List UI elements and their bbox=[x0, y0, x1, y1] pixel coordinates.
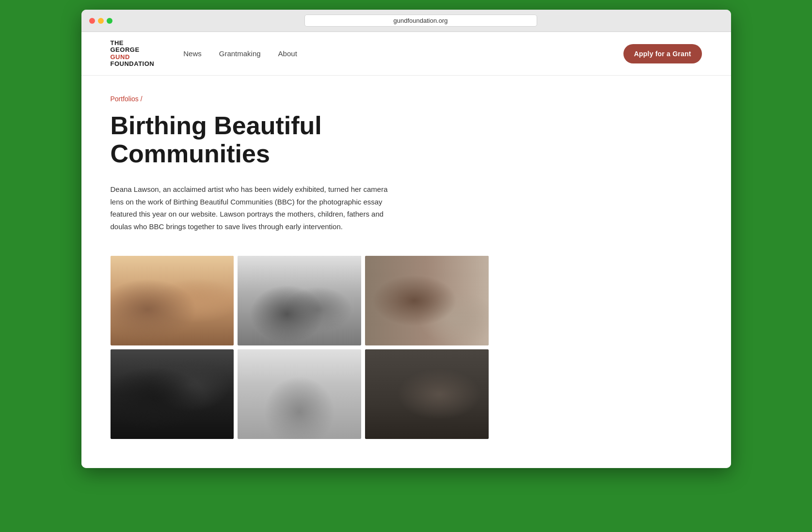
address-bar-container: gundfoundation.org bbox=[118, 15, 723, 27]
close-button[interactable] bbox=[89, 18, 95, 24]
nav-item-news[interactable]: News bbox=[183, 49, 202, 58]
breadcrumb[interactable]: Portfolios / bbox=[111, 95, 489, 103]
photo-item-5[interactable] bbox=[238, 349, 361, 439]
photo-item-6[interactable] bbox=[365, 349, 489, 439]
photo-woman-baby bbox=[365, 256, 489, 345]
photo-item-4[interactable] bbox=[111, 349, 234, 439]
photo-overlay-1 bbox=[111, 256, 234, 345]
photo-overlay-6 bbox=[365, 349, 489, 439]
browser-content: THE GEORGE GUND FOUNDATION News Grantmak… bbox=[81, 32, 731, 468]
photo-overlay-5 bbox=[238, 349, 361, 439]
browser-window: gundfoundation.org THE GEORGE GUND FOUND… bbox=[81, 10, 731, 468]
main-content: Portfolios / Birthing Beautiful Communit… bbox=[81, 76, 518, 468]
page-title: Birthing Beautiful Communities bbox=[111, 111, 382, 168]
photo-overlay-4 bbox=[111, 349, 234, 439]
apply-grant-button[interactable]: Apply for a Grant bbox=[623, 44, 702, 63]
nav-links: News Grantmaking About bbox=[183, 49, 623, 58]
page-description: Deana Lawson, an acclaimed artist who ha… bbox=[111, 183, 392, 233]
logo-gund: GUND bbox=[111, 53, 130, 61]
address-bar[interactable]: gundfoundation.org bbox=[304, 15, 537, 27]
photo-overlay-2 bbox=[238, 256, 361, 345]
logo-line4: FOUNDATION bbox=[111, 60, 155, 67]
photo-item-1[interactable] bbox=[111, 256, 234, 345]
photo-item-3[interactable] bbox=[365, 256, 489, 345]
photo-dark-couch bbox=[111, 349, 234, 439]
window-controls bbox=[89, 18, 112, 24]
photo-item-2[interactable] bbox=[238, 256, 361, 345]
photo-clinic bbox=[111, 256, 234, 345]
logo-line2: GEORGE bbox=[111, 46, 140, 53]
logo-line1: THE bbox=[111, 39, 124, 47]
browser-chrome: gundfoundation.org bbox=[81, 10, 731, 32]
nav-item-about[interactable]: About bbox=[278, 49, 297, 58]
photo-grid bbox=[111, 256, 489, 439]
photo-dark-floor bbox=[365, 349, 489, 439]
photo-room-picture bbox=[238, 349, 361, 439]
photo-two-women-bw bbox=[238, 256, 361, 345]
nav-item-grantmaking[interactable]: Grantmaking bbox=[219, 49, 261, 58]
site-logo[interactable]: THE GEORGE GUND FOUNDATION bbox=[111, 40, 155, 67]
main-nav: THE GEORGE GUND FOUNDATION News Grantmak… bbox=[81, 32, 731, 76]
minimize-button[interactable] bbox=[98, 18, 104, 24]
photo-overlay-3 bbox=[365, 256, 489, 345]
maximize-button[interactable] bbox=[107, 18, 112, 24]
